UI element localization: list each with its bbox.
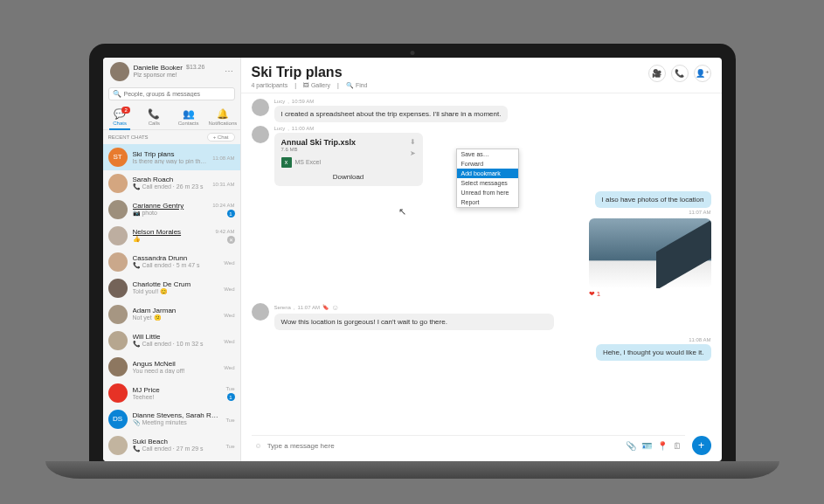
tab-contacts[interactable]: 👥Contacts <box>171 105 205 129</box>
chat-name: Cassandra Drunn <box>133 254 219 262</box>
chat-preview: Is there any way to pin these… <box>133 158 208 164</box>
schedule-icon[interactable]: 🗓 <box>673 441 682 451</box>
chat-preview: Not yet 😕 <box>133 314 219 321</box>
message-input[interactable] <box>267 442 620 450</box>
tab-chats[interactable]: 💬Chats2 <box>103 105 137 129</box>
phone-icon: 📞 <box>137 108 171 120</box>
video-call-button[interactable]: 🎥 <box>648 65 666 82</box>
chat-item[interactable]: Sarah Roach📞 Call ended · 26 m 23 s10:31… <box>103 170 240 197</box>
chat-name: Adam Jarman <box>133 307 219 314</box>
chats-badge: 2 <box>121 107 129 114</box>
message-bubble[interactable]: I created a spreadsheet about the trip e… <box>274 106 509 122</box>
chat-name: Suki Beach <box>133 438 221 445</box>
avatar: DS <box>108 410 128 429</box>
chat-preview: Teehee! <box>133 394 221 400</box>
file-size: 7.6 MB <box>281 147 405 152</box>
chat-name: MJ Price <box>133 386 221 394</box>
image-attachment[interactable] <box>589 218 711 288</box>
gallery-link[interactable]: 🖼 Gallery <box>303 82 330 89</box>
message-bubble[interactable]: Hehe, I thought you would like it. <box>596 344 711 361</box>
tab-notifications[interactable]: 🔔Notifications <box>205 105 239 129</box>
forward-icon[interactable]: ➤ <box>410 149 416 157</box>
chat-time: Wed <box>224 313 234 318</box>
chat-item[interactable]: Adam JarmanNot yet 😕Wed <box>103 301 240 328</box>
avatar <box>108 383 128 403</box>
attach-file-icon[interactable]: 📎 <box>626 441 636 451</box>
context-item[interactable]: Report <box>457 197 518 207</box>
chat-preview: 📷 photo <box>133 210 208 217</box>
bookmark-icon: 🔖 <box>322 304 329 310</box>
search-input[interactable] <box>124 91 231 97</box>
chat-name: Charlotte De Crum <box>133 280 219 288</box>
search-box[interactable]: 🔍 <box>108 87 235 100</box>
avatar[interactable] <box>252 303 269 321</box>
avatar[interactable] <box>252 126 269 143</box>
avatar <box>108 226 128 245</box>
new-chat-button[interactable]: + Chat <box>207 133 235 142</box>
more-icon[interactable]: ⋯ <box>225 66 233 76</box>
chat-time: Wed <box>224 339 234 344</box>
chat-name: Ski Trip plans <box>133 150 208 158</box>
chat-item[interactable]: Carianne Gentry📷 photo10:24 AM1 <box>103 197 240 223</box>
avatar <box>108 279 128 298</box>
file-attachment[interactable]: Annual Ski Trip.xslx 7.6 MB xMS Excel ⬇➤… <box>274 133 423 186</box>
profile-header[interactable]: Danielle Booker $13.26 Plz sponsor me! ⋯ <box>103 58 240 86</box>
chat-list: STSki Trip plansIs there any way to pin … <box>103 144 240 461</box>
tab-calls[interactable]: 📞Calls <box>137 105 171 129</box>
sidebar: Danielle Booker $13.26 Plz sponsor me! ⋯… <box>103 58 241 461</box>
chat-time: Tue <box>225 418 234 423</box>
chat-item[interactable]: MJ PriceTeehee!Tue1 <box>103 380 240 406</box>
avatar <box>108 252 128 272</box>
location-icon[interactable]: 📍 <box>657 441 668 451</box>
excel-icon: x <box>281 157 292 168</box>
chat-time: 10:31 AM <box>212 182 234 187</box>
chat-item[interactable]: DSDianne Stevens, Sarah Roach📎 Meeting m… <box>103 406 240 432</box>
chat-time: Tue <box>225 444 234 449</box>
chat-name: Angus McNeil <box>133 360 219 368</box>
message-bubble[interactable]: I also have photos of the location <box>595 191 711 208</box>
chat-time: Wed <box>224 260 234 266</box>
profile-balance: $13.26 <box>186 64 204 71</box>
chat-item[interactable]: Suki Beach📞 Call ended · 27 m 29 sTue <box>103 432 240 459</box>
context-item[interactable]: Save as… <box>457 149 518 159</box>
muted-icon: ✕ <box>227 236 235 244</box>
bell-icon: 🔔 <box>205 108 239 120</box>
message-bubble[interactable]: Wow this location is gorgeous! I can't w… <box>274 314 554 330</box>
avatar <box>108 331 128 350</box>
unread-badge: 1 <box>227 393 235 401</box>
profile-status: Plz sponsor me! <box>134 72 220 79</box>
avatar <box>108 200 128 219</box>
search-icon: 🔍 <box>113 90 121 98</box>
avatar <box>108 357 128 376</box>
add-participant-button[interactable]: 👤⁺ <box>694 65 711 82</box>
recent-label: RECENT CHATS <box>108 135 149 140</box>
chat-item[interactable]: Will Little📞 Call ended · 10 m 32 sWed <box>103 328 240 354</box>
context-item[interactable]: Unread from here <box>457 188 518 197</box>
avatar[interactable] <box>252 99 269 116</box>
chat-time: Wed <box>224 365 234 370</box>
reaction-badge[interactable]: ❤ 1 <box>589 290 711 298</box>
participants-link[interactable]: 4 participants <box>252 82 288 89</box>
save-icon[interactable]: ⬇ <box>410 138 416 146</box>
chat-item[interactable]: STSki Trip plansIs there any way to pin … <box>103 144 240 170</box>
contacts-icon: 👥 <box>171 108 205 120</box>
profile-name: Danielle Booker <box>134 64 183 72</box>
context-item[interactable]: Forward <box>457 159 518 169</box>
chat-item[interactable]: Nelson Morales👍9:42 AM✕ <box>103 223 240 249</box>
context-item[interactable]: Select messages <box>457 178 518 188</box>
context-item[interactable]: Add bookmark <box>457 169 518 178</box>
avatar[interactable] <box>110 62 129 81</box>
chat-item[interactable]: Angus McNeilYou need a day off!Wed <box>103 354 240 380</box>
chat-preview: 📞 Call ended · 26 m 23 s <box>133 183 208 190</box>
chat-item[interactable]: Charlotte De CrumTold you!! 😊Wed <box>103 275 240 301</box>
emoji-icon[interactable]: ☺ <box>255 442 262 450</box>
chat-preview: Told you!! 😊 <box>133 288 219 295</box>
send-button[interactable]: + <box>692 436 711 455</box>
download-button[interactable]: Download <box>281 173 416 181</box>
react-icon[interactable]: ☺ <box>331 303 339 312</box>
find-link[interactable]: 🔍 Find <box>346 82 368 89</box>
contact-card-icon[interactable]: 🪪 <box>641 441 652 451</box>
chat-item[interactable]: Cassandra Drunn📞 Call ended · 5 m 47 sWe… <box>103 249 240 275</box>
audio-call-button[interactable]: 📞 <box>671 65 689 82</box>
chat-name: Will Little <box>133 333 219 341</box>
